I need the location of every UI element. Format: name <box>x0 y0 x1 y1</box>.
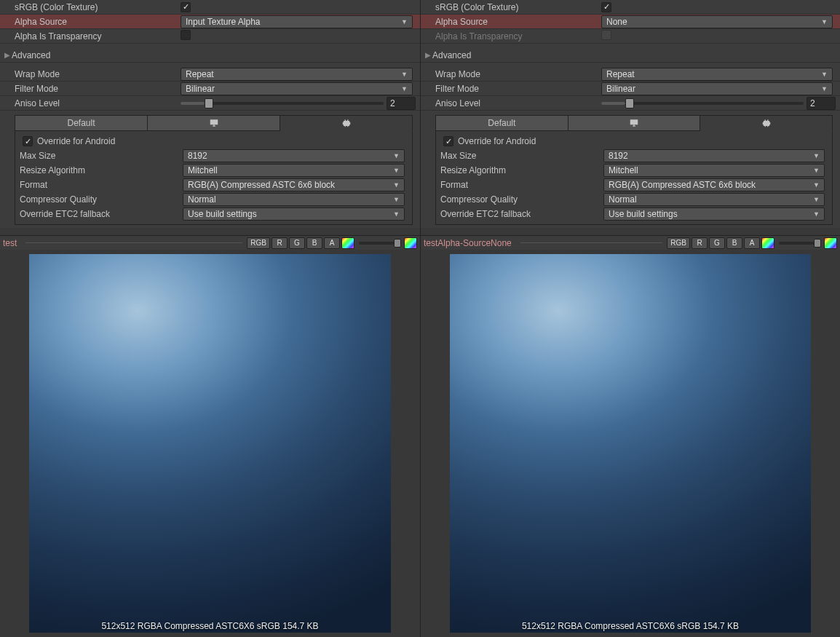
override-checkbox[interactable] <box>23 136 33 146</box>
chevron-down-icon: ▼ <box>821 71 828 78</box>
alpha-transparency-label: Alpha Is Transparency <box>15 31 181 41</box>
srgb-checkbox[interactable] <box>181 2 191 12</box>
filter-mode-dropdown[interactable]: Bilinear▼ <box>601 82 833 95</box>
platform-tab-android[interactable] <box>280 115 413 131</box>
aniso-level-row: Aniso Level 2 <box>0 96 420 111</box>
mip-slider[interactable] <box>779 242 820 245</box>
filter-mode-dropdown[interactable]: Bilinear ▼ <box>181 82 413 95</box>
etc2-dropdown[interactable]: Use build settings▼ <box>603 207 825 221</box>
alpha-source-label: Alpha Source <box>15 17 181 27</box>
max-size-dropdown[interactable]: 8192▼ <box>603 149 825 162</box>
resize-alg-dropdown[interactable]: Mitchell▼ <box>183 164 405 177</box>
comp-quality-label: Compressor Quality <box>440 194 603 205</box>
alpha-source-dropdown[interactable]: Input Texture Alpha ▼ <box>181 15 413 28</box>
aniso-level-slider[interactable] <box>601 102 804 105</box>
etc2-row: Override ETC2 fallback Use build setting… <box>436 207 832 221</box>
chevron-down-icon: ▼ <box>813 196 820 203</box>
format-row: Format RGB(A) Compressed ASTC 6x6 block▼ <box>15 178 412 192</box>
platform-tab-default[interactable]: Default <box>435 115 568 131</box>
resize-alg-row: Resize Algorithm Mitchell▼ <box>436 163 832 178</box>
etc2-label: Override ETC2 fallback <box>20 209 183 219</box>
advanced-foldout[interactable]: ▶ Advanced <box>421 48 840 63</box>
filter-mode-label: Filter Mode <box>15 84 181 94</box>
preview-name: test <box>3 238 21 248</box>
override-checkbox[interactable] <box>443 136 453 146</box>
chevron-down-icon: ▼ <box>393 210 400 218</box>
channel-rgb-button[interactable]: RGB <box>667 237 690 249</box>
etc2-dropdown[interactable]: Use build settings▼ <box>183 207 405 221</box>
swatch-icon[interactable] <box>824 237 837 249</box>
resize-alg-row: Resize Algorithm Mitchell▼ <box>15 163 412 178</box>
filter-mode-row: Filter Mode Bilinear▼ <box>421 82 840 96</box>
chevron-down-icon: ▼ <box>821 18 828 25</box>
alpha-source-dropdown[interactable]: None ▼ <box>601 15 833 28</box>
aniso-level-input[interactable]: 2 <box>387 97 416 110</box>
swatch-icon[interactable] <box>404 237 417 249</box>
max-size-dropdown[interactable]: 8192▼ <box>183 149 405 162</box>
format-row: Format RGB(A) Compressed ASTC 6x6 block▼ <box>436 178 832 192</box>
wrap-mode-row: Wrap Mode Repeat▼ <box>421 67 840 82</box>
aniso-level-slider[interactable] <box>181 102 384 105</box>
format-dropdown[interactable]: RGB(A) Compressed ASTC 6x6 block▼ <box>183 178 405 191</box>
texture-preview: 512x512 RGBA Compressed ASTC6X6 sRGB 154… <box>421 250 840 637</box>
preview-caption: 512x512 RGBA Compressed ASTC6X6 sRGB 154… <box>0 621 420 631</box>
max-size-row: Max Size 8192▼ <box>15 149 412 163</box>
srgb-row: sRGB (Color Texture) <box>0 0 420 15</box>
channel-rgb-button[interactable]: RGB <box>247 237 270 249</box>
triangle-right-icon: ▶ <box>4 51 12 59</box>
aniso-level-label: Aniso Level <box>435 98 601 108</box>
filter-mode-row: Filter Mode Bilinear ▼ <box>0 82 420 96</box>
channel-g-button[interactable]: G <box>289 237 305 249</box>
channel-a-button[interactable]: A <box>324 237 340 249</box>
mip-slider[interactable] <box>359 242 400 245</box>
platform-tab-default[interactable]: Default <box>15 115 148 131</box>
color-space-icon[interactable] <box>761 237 774 249</box>
channel-r-button[interactable]: R <box>692 237 708 249</box>
preview-toolbar: testAlpha-SourceNone RGB R G B A <box>421 235 840 250</box>
alpha-source-row: Alpha Source None ▼ <box>421 15 840 29</box>
advanced-foldout[interactable]: ▶ Advanced <box>0 48 420 63</box>
preview-caption: 512x512 RGBA Compressed ASTC6X6 sRGB 154… <box>421 621 840 631</box>
resize-alg-label: Resize Algorithm <box>440 165 603 175</box>
wrap-mode-dropdown[interactable]: Repeat▼ <box>601 68 833 81</box>
chevron-down-icon: ▼ <box>401 85 408 92</box>
format-dropdown[interactable]: RGB(A) Compressed ASTC 6x6 block▼ <box>603 178 825 191</box>
separator <box>25 242 242 243</box>
comp-quality-dropdown[interactable]: Normal▼ <box>183 193 405 206</box>
srgb-checkbox[interactable] <box>601 2 611 12</box>
resize-alg-label: Resize Algorithm <box>20 165 183 175</box>
wrap-mode-label: Wrap Mode <box>435 69 601 79</box>
resize-alg-dropdown[interactable]: Mitchell▼ <box>603 164 825 177</box>
channel-b-button[interactable]: B <box>306 237 322 249</box>
aniso-level-input[interactable]: 2 <box>807 97 836 110</box>
channel-g-button[interactable]: G <box>709 237 725 249</box>
channel-a-button[interactable]: A <box>744 237 760 249</box>
platform-tab-android[interactable] <box>700 115 833 131</box>
preview-toolbar: test RGB R G B A <box>0 235 420 250</box>
channel-r-button[interactable]: R <box>272 237 288 249</box>
monitor-icon <box>629 118 639 128</box>
chevron-down-icon: ▼ <box>813 181 820 189</box>
alpha-transparency-label: Alpha Is Transparency <box>435 31 601 41</box>
etc2-row: Override ETC2 fallback Use build setting… <box>15 207 412 221</box>
platform-tab-standalone[interactable] <box>148 115 280 131</box>
alpha-transparency-row: Alpha Is Transparency <box>0 29 420 44</box>
wrap-mode-label: Wrap Mode <box>15 69 181 79</box>
monitor-icon <box>209 118 219 128</box>
comp-quality-dropdown[interactable]: Normal▼ <box>603 193 825 206</box>
inspector-left: sRGB (Color Texture) Alpha Source Input … <box>0 0 420 637</box>
chevron-down-icon: ▼ <box>393 196 400 203</box>
channel-b-button[interactable]: B <box>726 237 742 249</box>
texture-image <box>450 254 811 633</box>
override-row: Override for Android <box>15 134 412 149</box>
override-label: Override for Android <box>458 136 536 146</box>
wrap-mode-dropdown[interactable]: Repeat ▼ <box>181 68 413 81</box>
max-size-row: Max Size 8192▼ <box>436 149 832 163</box>
color-space-icon[interactable] <box>341 237 354 249</box>
chevron-down-icon: ▼ <box>813 210 820 218</box>
comp-quality-row: Compressor Quality Normal▼ <box>15 192 412 207</box>
texture-image <box>29 254 391 633</box>
srgb-label: sRGB (Color Texture) <box>435 2 601 12</box>
alpha-transparency-checkbox[interactable] <box>181 30 191 40</box>
platform-tab-standalone[interactable] <box>568 115 701 131</box>
